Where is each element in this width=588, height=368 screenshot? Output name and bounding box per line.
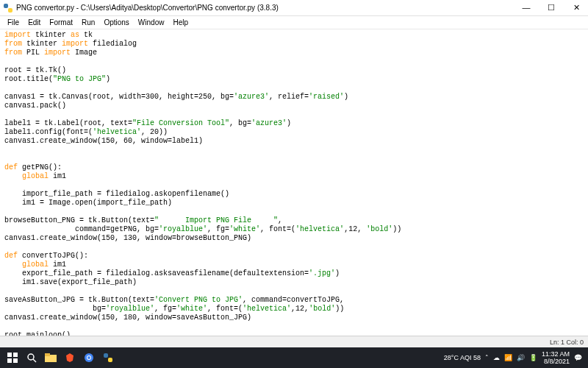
brave-icon[interactable] (60, 349, 79, 367)
onedrive-icon[interactable]: ☁ (493, 354, 500, 361)
statusbar: Ln: 1 Col: 0 (0, 336, 588, 347)
idle-icon[interactable] (98, 349, 118, 367)
menu-help[interactable]: Help (168, 18, 193, 26)
window-controls: — ☐ ✕ (517, 3, 585, 13)
python-icon (3, 3, 13, 13)
svg-rect-5 (13, 358, 18, 363)
search-icon[interactable] (22, 349, 41, 367)
start-button[interactable] (3, 349, 22, 367)
clock-time: 11:32 AM (542, 350, 570, 358)
system-tray: 28°C AQI 58 ˄ ☁ 📶 🔊 🔋 11:32 AM 8/8/2021 … (441, 350, 585, 365)
menu-format[interactable]: Format (45, 18, 77, 26)
menu-run[interactable]: Run (77, 18, 99, 26)
menu-edit[interactable]: Edit (24, 18, 45, 26)
cursor-position: Ln: 1 Col: 0 (550, 339, 584, 346)
svg-point-6 (28, 354, 34, 360)
taskbar: 28°C AQI 58 ˄ ☁ 📶 🔊 🔋 11:32 AM 8/8/2021 … (0, 347, 588, 368)
svg-rect-0 (4, 4, 8, 8)
maximize-button[interactable]: ☐ (542, 3, 560, 13)
volume-icon[interactable]: 🔊 (517, 354, 525, 361)
weather-widget[interactable]: 28°C AQI 58 (444, 354, 481, 361)
clock-date: 8/8/2021 (542, 358, 570, 365)
svg-rect-14 (108, 358, 112, 362)
window-title: PNG convertor.py - C:\Users\Aditya\Deskt… (16, 4, 517, 12)
battery-icon[interactable]: 🔋 (529, 354, 537, 361)
titlebar: PNG convertor.py - C:\Users\Aditya\Deskt… (0, 0, 588, 16)
svg-point-12 (87, 356, 90, 359)
svg-rect-2 (7, 353, 12, 357)
chrome-icon[interactable] (79, 349, 98, 367)
tray-chevron-icon[interactable]: ˄ (485, 354, 489, 361)
notifications-icon[interactable]: 💬 (574, 354, 582, 361)
wifi-icon[interactable]: 📶 (504, 354, 512, 361)
file-explorer-icon[interactable] (41, 349, 60, 367)
close-button[interactable]: ✕ (567, 3, 585, 13)
svg-rect-13 (104, 353, 108, 358)
svg-rect-4 (7, 358, 12, 363)
clock[interactable]: 11:32 AM 8/8/2021 (542, 350, 570, 365)
menu-window[interactable]: Window (134, 18, 169, 26)
menu-options[interactable]: Options (99, 18, 133, 26)
svg-rect-3 (13, 353, 18, 357)
svg-rect-1 (8, 8, 12, 13)
menu-file[interactable]: File (3, 18, 24, 26)
code-editor[interactable]: import tkinter as tk from tkinter import… (0, 29, 588, 336)
svg-line-7 (33, 359, 36, 362)
minimize-button[interactable]: — (517, 3, 535, 13)
svg-rect-9 (45, 353, 50, 356)
menubar: File Edit Format Run Options Window Help (0, 16, 588, 29)
